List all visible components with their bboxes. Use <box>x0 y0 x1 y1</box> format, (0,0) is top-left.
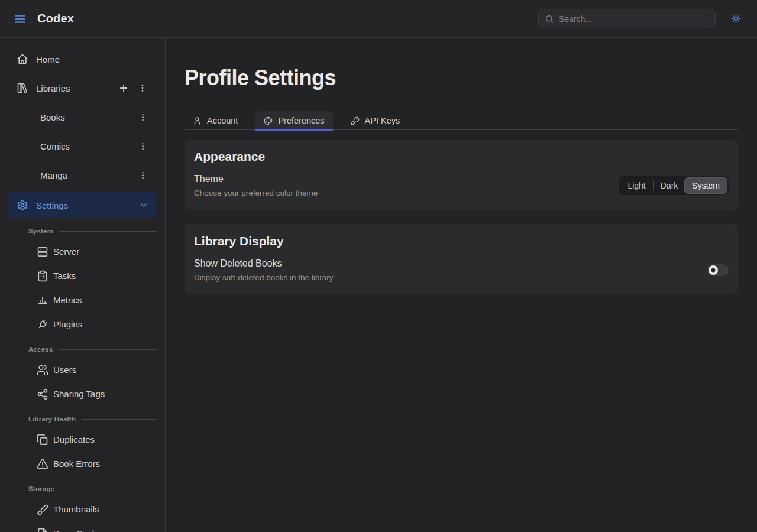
libraries-menu-button[interactable] <box>137 82 148 94</box>
theme-option-light[interactable]: Light <box>620 178 652 193</box>
sidebar-item-label: Libraries <box>36 83 70 93</box>
sidebar-item-tasks[interactable]: Tasks <box>8 264 157 288</box>
sidebar-item-duplicates[interactable]: Duplicates <box>8 427 157 452</box>
sidebar: Home Libraries Books Comics <box>0 38 166 532</box>
sidebar-item-label: Books <box>40 112 65 122</box>
search-icon <box>545 14 554 24</box>
search-input[interactable] <box>559 14 709 24</box>
main-content: Profile Settings Account Preferences API… <box>166 38 757 532</box>
sidebar-item-manga[interactable]: Manga <box>8 163 157 187</box>
show-deleted-books-toggle[interactable] <box>707 264 729 276</box>
key-icon <box>351 116 360 125</box>
sidebar-item-book-errors[interactable]: Book Errors <box>8 452 157 476</box>
search-box[interactable] <box>538 9 716 28</box>
users-icon <box>37 364 48 376</box>
server-icon <box>37 246 48 258</box>
kebab-menu-icon <box>138 83 147 93</box>
alert-triangle-icon <box>37 458 48 470</box>
section-header-label: Storage <box>28 485 54 492</box>
sidebar-item-thumbnails[interactable]: Thumbnails <box>8 497 157 521</box>
sidebar-item-books[interactable]: Books <box>8 105 157 129</box>
sidebar-item-label: Comics <box>40 141 70 151</box>
sidebar-item-label: Tasks <box>53 271 76 281</box>
clipboard-icon <box>37 270 48 282</box>
show-deleted-books-row: Show Deleted Books Display soft-deleted … <box>194 258 729 282</box>
chevron-down-icon <box>139 200 148 210</box>
theme-setting-row: Theme Choose your preferred color theme … <box>194 174 729 197</box>
tab-account[interactable]: Account <box>185 111 246 129</box>
theme-description: Choose your preferred color theme <box>194 189 318 197</box>
sidebar-item-label: Plugins <box>53 319 82 329</box>
theme-setting-text: Theme Choose your preferred color theme <box>194 174 318 197</box>
sidebar-item-label: Book Errors <box>53 459 100 469</box>
hamburger-menu-button[interactable] <box>12 11 28 27</box>
bar-chart-icon <box>37 294 48 306</box>
sidebar-item-settings[interactable]: Settings <box>8 192 157 218</box>
sidebar-item-label: Home <box>36 54 60 64</box>
section-header-label: System <box>28 228 53 235</box>
pdf-file-icon: PDF <box>37 528 48 532</box>
kebab-menu-icon <box>138 142 147 151</box>
card-title: Library Display <box>194 234 729 248</box>
tab-bar: Account Preferences API Keys <box>185 111 738 130</box>
share-icon <box>37 388 48 400</box>
theme-toggle-button[interactable] <box>727 10 745 28</box>
sidebar-item-page-cache[interactable]: PDF Page Cache <box>8 521 157 532</box>
kebab-menu-icon <box>138 113 147 122</box>
library-icon <box>17 82 28 94</box>
sun-icon <box>730 13 742 24</box>
sidebar-item-label: Manga <box>40 170 67 180</box>
copy-icon <box>37 434 48 446</box>
sidebar-item-sharing-tags[interactable]: Sharing Tags <box>8 382 157 406</box>
sidebar-item-comics[interactable]: Comics <box>8 134 157 158</box>
plus-icon <box>118 83 129 93</box>
plug-icon <box>37 319 48 330</box>
sidebar-item-server[interactable]: Server <box>8 239 157 264</box>
tab-api-keys[interactable]: API Keys <box>342 111 409 129</box>
topbar: Codex <box>0 0 757 38</box>
house-icon <box>17 53 28 65</box>
show-deleted-books-label: Show Deleted Books <box>194 258 334 269</box>
theme-option-dark[interactable]: Dark <box>654 178 685 193</box>
sidebar-item-metrics[interactable]: Metrics <box>8 288 157 312</box>
sidebar-item-label: Metrics <box>53 295 82 305</box>
sidebar-item-label: Server <box>53 246 79 257</box>
sidebar-item-plugins[interactable]: Plugins <box>8 312 157 336</box>
sidebar-section-system: System <box>8 223 157 239</box>
add-library-button[interactable] <box>118 82 130 94</box>
sidebar-item-label: Users <box>53 365 76 375</box>
sidebar-item-home[interactable]: Home <box>8 47 157 71</box>
user-icon <box>193 116 202 125</box>
appearance-card: Appearance Theme Choose your preferred c… <box>185 140 738 210</box>
section-header-label: Access <box>28 346 53 353</box>
gear-icon <box>17 199 28 211</box>
tab-preferences[interactable]: Preferences <box>255 111 332 129</box>
show-deleted-books-description: Display soft-deleted books in the librar… <box>194 273 334 282</box>
section-divider <box>82 419 157 420</box>
tab-label: Preferences <box>278 116 324 125</box>
show-deleted-books-text: Show Deleted Books Display soft-deleted … <box>194 258 334 282</box>
section-divider <box>60 489 157 489</box>
section-divider <box>59 349 157 350</box>
books-menu-button[interactable] <box>137 111 148 123</box>
sidebar-item-libraries[interactable]: Libraries <box>8 76 157 100</box>
sidebar-item-users[interactable]: Users <box>8 358 157 382</box>
sidebar-section-library-health: Library Health <box>8 411 157 427</box>
page-title: Profile Settings <box>185 66 738 90</box>
sidebar-section-storage: Storage <box>8 481 157 497</box>
manga-menu-button[interactable] <box>137 169 148 181</box>
sidebar-item-label: Settings <box>36 200 68 210</box>
sidebar-item-label: Thumbnails <box>53 504 99 514</box>
sidebar-item-label: Sharing Tags <box>53 389 105 399</box>
hamburger-icon <box>14 12 27 25</box>
theme-option-system[interactable]: System <box>685 178 727 193</box>
tab-label: API Keys <box>365 116 400 125</box>
card-title: Appearance <box>194 150 729 164</box>
library-display-card: Library Display Show Deleted Books Displ… <box>185 224 738 294</box>
section-divider <box>59 231 157 232</box>
brush-icon <box>37 504 48 515</box>
app-title: Codex <box>37 12 74 25</box>
palette-icon <box>264 116 273 125</box>
comics-menu-button[interactable] <box>137 140 148 152</box>
theme-segmented-control: Light Dark System <box>619 176 729 195</box>
